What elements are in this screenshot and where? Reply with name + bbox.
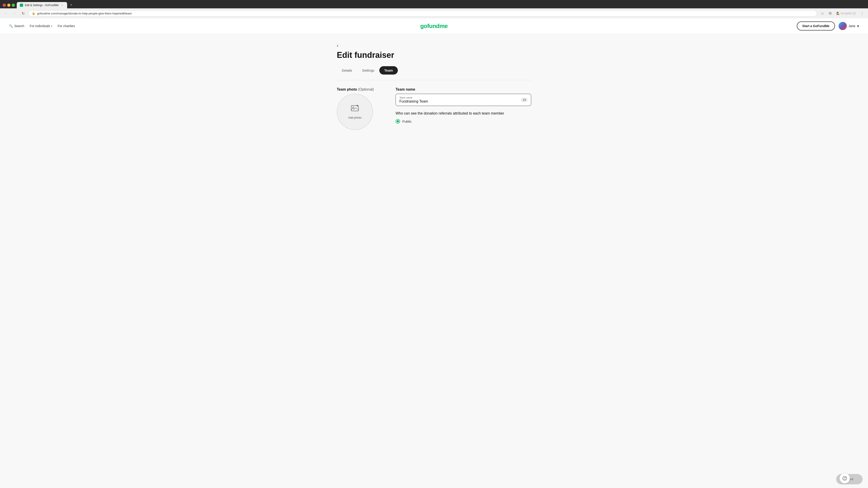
tab-settings[interactable]: Settings bbox=[357, 66, 379, 74]
main-content: ‹ Edit fundraiser Details Settings Team … bbox=[332, 34, 536, 148]
for-individuals-label: For individuals bbox=[30, 24, 50, 28]
lock-icon: 🔒 bbox=[32, 12, 35, 15]
bookmark-button[interactable]: ☆ bbox=[819, 10, 826, 17]
team-name-label: Team name bbox=[396, 88, 531, 92]
section-divider bbox=[337, 80, 531, 80]
add-photo-label: Add photo bbox=[348, 116, 362, 119]
header-left: 🔍 Search For individuals ▾ For charities bbox=[9, 24, 797, 28]
radio-circle-public bbox=[396, 119, 400, 124]
chat-icon bbox=[842, 476, 847, 481]
team-name-input[interactable] bbox=[399, 99, 527, 103]
incognito-button[interactable]: 🕵 Incognito (2) bbox=[835, 11, 858, 16]
referral-field-group: Who can see the donation referrals attri… bbox=[396, 111, 531, 124]
tabs-row: Details Settings Team bbox=[337, 66, 531, 74]
back-button[interactable]: ← bbox=[3, 10, 9, 17]
window-controls: × – □ bbox=[3, 4, 15, 7]
refresh-button[interactable]: ↻ bbox=[20, 10, 26, 17]
page-title: Edit fundraiser bbox=[337, 51, 531, 60]
for-charities-label: For charities bbox=[58, 24, 75, 28]
photo-upload-circle[interactable]: Add photo bbox=[337, 94, 373, 130]
active-browser-tab[interactable]: Edit & Settings - GoFundMe × bbox=[17, 2, 67, 8]
tab-details[interactable]: Details bbox=[337, 66, 357, 74]
tab-team[interactable]: Team bbox=[379, 66, 398, 74]
page-content: 🔍 Search For individuals ▾ For charities… bbox=[0, 18, 868, 148]
site-header: 🔍 Search For individuals ▾ For charities… bbox=[0, 18, 868, 34]
radio-option-public[interactable]: Public bbox=[396, 119, 531, 124]
tab-title: Edit & Settings - GoFundMe bbox=[25, 4, 59, 7]
for-charities-nav[interactable]: For charities bbox=[58, 24, 75, 28]
forward-button[interactable]: → bbox=[11, 10, 18, 17]
minimize-window-button[interactable]: – bbox=[7, 4, 10, 7]
split-view-button[interactable]: ⧉ bbox=[827, 10, 833, 17]
new-tab-button[interactable]: + bbox=[68, 2, 74, 8]
address-bar[interactable]: 🔒 gofundme.com/manage/donate-to-help-peo… bbox=[29, 10, 817, 17]
start-gofundme-button[interactable]: Start a GoFundMe bbox=[797, 22, 835, 31]
photo-section: Team photo (Optional) Add photo bbox=[337, 88, 382, 130]
referral-question: Who can see the donation referrals attri… bbox=[396, 111, 531, 116]
avatar-image bbox=[839, 22, 847, 30]
char-count-badge: 19 bbox=[521, 98, 528, 102]
tabs-bar: Edit & Settings - GoFundMe × + bbox=[17, 2, 74, 8]
team-name-input-wrapper: Team name 19 bbox=[396, 94, 531, 106]
chevron-down-icon: ▾ bbox=[857, 24, 859, 28]
close-window-button[interactable]: × bbox=[3, 4, 6, 7]
chat-button[interactable] bbox=[839, 473, 850, 484]
chevron-down-icon: ▾ bbox=[51, 25, 52, 27]
optional-label: (Optional) bbox=[358, 88, 374, 91]
input-placeholder-label: Team name bbox=[399, 96, 527, 99]
tab-favicon bbox=[20, 4, 23, 7]
search-label: Search bbox=[14, 24, 24, 28]
team-name-field-group: Team name Team name 19 bbox=[396, 88, 531, 106]
address-bar-actions: ☆ ⧉ 🕵 Incognito (2) ⋮ bbox=[819, 10, 865, 17]
menu-button[interactable]: ⋮ bbox=[859, 10, 865, 17]
site-logo[interactable]: gofundme bbox=[420, 23, 448, 30]
avatar bbox=[839, 22, 847, 30]
incognito-icon: 🕵 bbox=[836, 12, 840, 15]
address-bar-row: ← → ↻ 🔒 gofundme.com/manage/donate-to-he… bbox=[0, 8, 868, 18]
image-icon bbox=[351, 104, 359, 114]
name-section: Team name Team name 19 Who can see the d… bbox=[396, 88, 531, 129]
for-individuals-nav[interactable]: For individuals ▾ bbox=[30, 24, 52, 28]
search-link[interactable]: 🔍 Search bbox=[9, 24, 24, 28]
tab-close-button[interactable]: × bbox=[60, 3, 64, 7]
form-section: Team photo (Optional) Add photo bbox=[337, 88, 531, 130]
svg-point-4 bbox=[843, 476, 847, 480]
back-link[interactable]: ‹ bbox=[337, 43, 338, 48]
incognito-label: Incognito (2) bbox=[841, 12, 856, 15]
search-icon: 🔍 bbox=[9, 24, 13, 28]
browser-top-bar: × – □ Edit & Settings - GoFundMe × + bbox=[3, 2, 865, 8]
radio-label-public: Public bbox=[402, 120, 412, 123]
user-name: Jane bbox=[848, 24, 855, 28]
user-menu[interactable]: Jane ▾ bbox=[839, 22, 859, 30]
photo-section-label: Team photo (Optional) bbox=[337, 88, 382, 92]
logo-text: gofundme bbox=[420, 23, 448, 29]
header-right: Start a GoFundMe Jane ▾ bbox=[797, 22, 859, 31]
maximize-window-button[interactable]: □ bbox=[12, 4, 15, 7]
browser-chrome: × – □ Edit & Settings - GoFundMe × + bbox=[0, 0, 868, 8]
url-text: gofundme.com/manage/donate-to-help-peopl… bbox=[37, 12, 813, 15]
